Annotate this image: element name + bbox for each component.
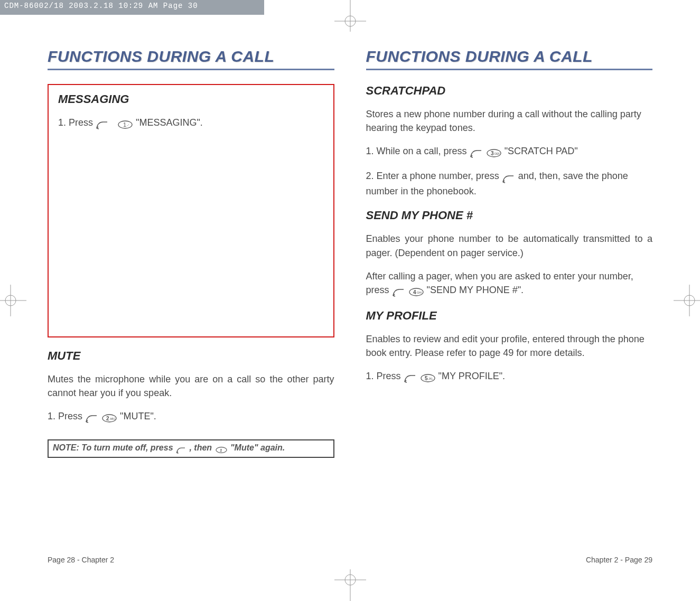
key-1-icon: 1 xyxy=(214,445,228,454)
softkey-icon xyxy=(502,171,516,184)
softkey-icon xyxy=(404,371,417,384)
text: 1. While on a call, press xyxy=(366,146,470,156)
body-paragraph: Enables to review and edit your profile,… xyxy=(366,332,653,360)
step-text: 2. Enter a phone number, press and, then… xyxy=(366,169,653,198)
svg-text:GHI: GHI xyxy=(417,291,422,294)
key-3-icon: 3DEF xyxy=(486,146,502,159)
registration-mark-left xyxy=(0,285,26,316)
svg-text:5: 5 xyxy=(425,375,428,381)
svg-text:4: 4 xyxy=(413,289,416,295)
chapter-title-rule: FUNCTIONS DURING A CALL xyxy=(366,48,653,70)
softkey-icon xyxy=(175,445,187,454)
body-paragraph: Mutes the microphone while you are on a … xyxy=(48,372,334,400)
svg-text:JKL: JKL xyxy=(428,377,433,380)
note-box: NOTE: To turn mute off, press , then 1 "… xyxy=(48,439,334,458)
section-heading-myprofile: MY PROFILE xyxy=(366,309,653,323)
key-4-icon: 4GHI xyxy=(408,285,424,298)
highlight-box: MESSAGING 1. Press 1.-' "MESSAGING". xyxy=(48,84,334,337)
text: NOTE: To turn mute off, press xyxy=(53,443,175,452)
key-5-icon: 5JKL xyxy=(420,371,436,384)
section-heading-scratchpad: SCRATCHPAD xyxy=(366,84,653,98)
step-text: 1. Press 2ABC "MUTE". xyxy=(48,409,334,425)
step-text: 1. Press 5JKL "MY PROFILE". xyxy=(366,369,653,384)
body-paragraph: Enables your phone number to be automati… xyxy=(366,232,653,259)
step-text: After calling a pager, when you are aske… xyxy=(366,269,653,298)
chapter-title-rule: FUNCTIONS DURING A CALL xyxy=(48,48,334,70)
text: 1. Press xyxy=(58,117,96,128)
section-heading-messaging: MESSAGING xyxy=(58,92,324,106)
document-sheet: CDM-86002/18 2003.2.18 10:29 AM Page 30 xyxy=(0,0,700,601)
body-paragraph: Stores a new phone number during a call … xyxy=(366,107,653,135)
text: "SEND MY PHONE #". xyxy=(427,285,524,295)
text: "SCRATCH PAD" xyxy=(505,146,578,156)
section-heading-mute: MUTE xyxy=(48,349,334,363)
text: 2. Enter a phone number, press xyxy=(366,171,502,181)
text: 1. Press xyxy=(48,411,85,421)
svg-text:1: 1 xyxy=(219,448,221,453)
registration-mark-bottom xyxy=(334,569,366,601)
chapter-title: FUNCTIONS DURING A CALL xyxy=(366,48,653,65)
registration-mark-right xyxy=(674,285,700,316)
page-right: FUNCTIONS DURING A CALL SCRATCHPAD Store… xyxy=(350,42,669,564)
text: 1. Press xyxy=(366,371,404,381)
section-heading-sendphone: SEND MY PHONE # xyxy=(366,209,653,222)
svg-text:ABC: ABC xyxy=(110,417,116,420)
softkey-icon xyxy=(85,411,99,425)
step-text: 1. Press 1.-' "MESSAGING". xyxy=(58,116,324,131)
text: "MESSAGING". xyxy=(136,117,203,128)
page-left: FUNCTIONS DURING A CALL MESSAGING 1. Pre… xyxy=(32,42,350,564)
key-2-icon: 2ABC xyxy=(101,411,117,425)
softkey-icon xyxy=(392,285,406,298)
svg-text:.-': .-' xyxy=(126,124,129,127)
print-header-strip: CDM-86002/18 2003.2.18 10:29 AM Page 30 xyxy=(0,0,264,15)
softkey-icon xyxy=(470,146,483,159)
page-spread: FUNCTIONS DURING A CALL MESSAGING 1. Pre… xyxy=(32,42,668,564)
step-text: 1. While on a call, press 3DEF "SCRATCH … xyxy=(366,144,653,159)
text: "Mute" again. xyxy=(230,443,285,452)
svg-text:DEF: DEF xyxy=(494,152,500,155)
page-footer: Page 28 - Chapter 2 xyxy=(48,556,114,564)
softkey-icon xyxy=(96,117,109,131)
text: "MUTE". xyxy=(120,411,156,421)
text: , then xyxy=(189,443,214,452)
svg-text:3: 3 xyxy=(491,151,494,156)
text: "MY PROFILE". xyxy=(438,371,505,381)
chapter-title: FUNCTIONS DURING A CALL xyxy=(48,48,334,65)
svg-text:2: 2 xyxy=(106,416,109,421)
key-1-icon: 1.-' xyxy=(117,117,133,131)
registration-mark-top xyxy=(334,0,366,32)
page-footer: Chapter 2 - Page 29 xyxy=(586,556,652,564)
